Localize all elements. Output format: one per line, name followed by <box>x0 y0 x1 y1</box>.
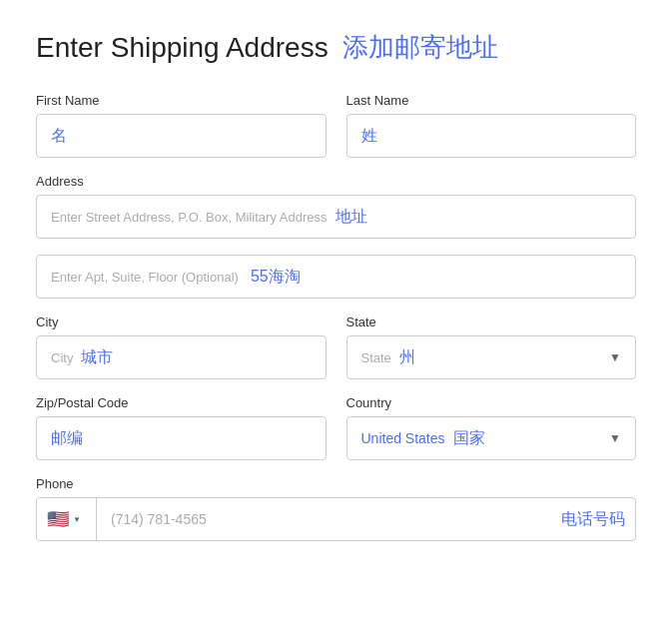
state-label: State <box>346 314 637 329</box>
phone-label: Phone <box>36 476 636 491</box>
page-title-en: Enter Shipping Address <box>36 32 329 64</box>
address-line2-placeholder: Enter Apt, Suite, Floor (Optional) <box>51 270 239 285</box>
address-line2-input[interactable]: Enter Apt, Suite, Floor (Optional) 55海淘 <box>36 255 636 299</box>
zip-label: Zip/Postal Code <box>36 395 327 410</box>
state-select[interactable]: State 州 ▼ <box>346 335 637 379</box>
city-value: 城市 <box>81 347 113 368</box>
shipping-form: First Name 名 Last Name 姓 Address Enter S… <box>36 93 636 541</box>
phone-flag-selector[interactable]: 🇺🇸 ▼ <box>37 498 97 540</box>
phone-dropdown-arrow-icon: ▼ <box>73 515 81 524</box>
state-dropdown-arrow: ▼ <box>609 350 621 364</box>
address-line2-group: Enter Apt, Suite, Floor (Optional) 55海淘 <box>36 255 636 299</box>
city-state-row: City City 城市 State State 州 ▼ <box>36 314 636 379</box>
state-placeholder: State <box>361 350 391 365</box>
city-input[interactable]: City 城市 <box>36 335 327 379</box>
zip-country-row: Zip/Postal Code 邮编 Country United States… <box>36 395 636 460</box>
address-line2-value-zh: 55海淘 <box>251 267 301 288</box>
last-name-label: Last Name <box>346 93 637 108</box>
last-name-group: Last Name 姓 <box>346 93 637 158</box>
phone-group: Phone 🇺🇸 ▼ (714) 781-4565 电话号码 <box>36 476 636 541</box>
flag-icon: 🇺🇸 <box>47 510 69 528</box>
last-name-value: 姓 <box>361 126 377 147</box>
address-value-zh: 地址 <box>336 207 367 228</box>
zip-value: 邮编 <box>51 428 83 449</box>
address-label: Address <box>36 174 636 189</box>
phone-placeholder: (714) 781-4565 <box>97 498 551 540</box>
name-row: First Name 名 Last Name 姓 <box>36 93 636 158</box>
first-name-label: First Name <box>36 93 327 108</box>
state-group: State State 州 ▼ <box>346 314 637 379</box>
country-dropdown-arrow: ▼ <box>609 431 621 445</box>
address-group: Address Enter Street Address, P.O. Box, … <box>36 174 636 239</box>
city-placeholder: City <box>51 350 73 365</box>
phone-input-wrapper[interactable]: 🇺🇸 ▼ (714) 781-4565 电话号码 <box>36 497 636 541</box>
first-name-group: First Name 名 <box>36 93 327 158</box>
zip-input[interactable]: 邮编 <box>36 416 327 460</box>
address-placeholder: Enter Street Address, P.O. Box, Military… <box>51 210 328 225</box>
country-value: 国家 <box>453 428 485 449</box>
page-container: Enter Shipping Address 添加邮寄地址 First Name… <box>36 30 636 541</box>
city-group: City City 城市 <box>36 314 327 379</box>
country-label: Country <box>346 395 637 410</box>
first-name-value: 名 <box>51 126 67 147</box>
country-select[interactable]: United States 国家 ▼ <box>346 416 637 460</box>
state-value: 州 <box>399 347 415 368</box>
city-label: City <box>36 314 327 329</box>
phone-value: 电话号码 <box>551 509 635 530</box>
first-name-input[interactable]: 名 <box>36 114 327 158</box>
last-name-input[interactable]: 姓 <box>346 114 637 158</box>
country-placeholder: United States <box>361 430 445 446</box>
address-input[interactable]: Enter Street Address, P.O. Box, Military… <box>36 195 636 239</box>
page-title: Enter Shipping Address 添加邮寄地址 <box>36 30 636 65</box>
country-group: Country United States 国家 ▼ <box>346 395 637 460</box>
zip-group: Zip/Postal Code 邮编 <box>36 395 327 460</box>
page-title-zh: 添加邮寄地址 <box>342 30 498 65</box>
